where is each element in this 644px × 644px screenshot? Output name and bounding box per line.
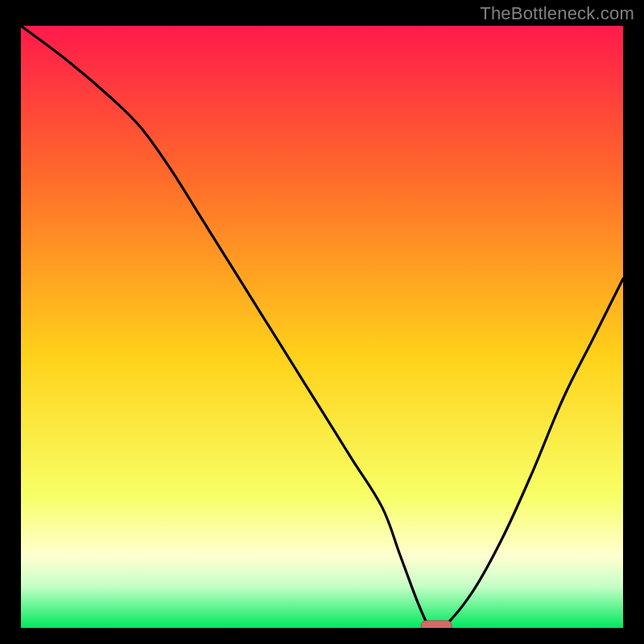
plot-area	[21, 26, 623, 628]
watermark-label: TheBottleneck.com	[480, 3, 634, 24]
gradient-background	[21, 26, 623, 628]
chart-frame: TheBottleneck.com	[0, 0, 644, 644]
bottleneck-chart	[21, 26, 623, 628]
optimal-marker	[421, 621, 452, 628]
